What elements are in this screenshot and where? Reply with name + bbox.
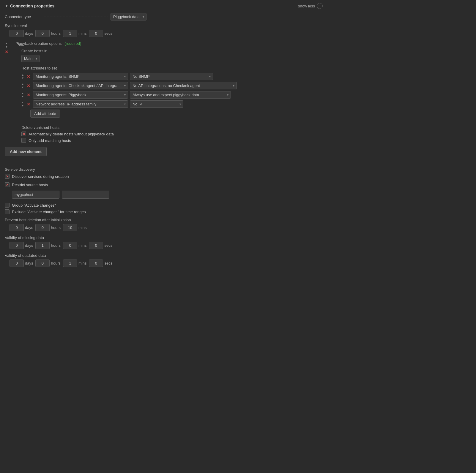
attr-value-select-3[interactable]: No IP [130,100,183,108]
missing-days-input[interactable] [10,242,24,249]
missing-mins-input[interactable] [63,242,77,249]
attr-name-select-3[interactable]: Network address: IP address family [33,100,128,108]
service-discovery-label: Service discovery [5,167,323,172]
attr-value-wrapper-1: No API integrations, no Checkmk agent [130,82,237,89]
section-title: ▼ Connection properties [5,4,54,8]
auto-delete-row: ✕ Automatically delete hosts without pig… [21,132,323,136]
discover-services-label: Discover services during creation [12,174,69,179]
outdated-hours-input[interactable] [35,260,50,267]
attr-name-select-1[interactable]: Monitoring agents: Checkmk agent / API i… [33,82,128,89]
attr-sort-1[interactable]: ▲▼ [21,83,24,89]
attr-remove-3[interactable]: ✕ [26,102,31,107]
attr-name-wrapper-2: Monitoring agents: Piggyback [33,91,128,99]
attribute-row-3: ▲▼ ✕ Network address: IP address family … [21,100,323,108]
piggyback-inner-block: Piggyback creation options (required) Cr… [11,41,323,146]
sync-mins-input[interactable] [63,30,77,37]
connection-properties-panel: ▼ Connection properties show less ⋯ Conn… [0,0,327,274]
exclude-activate-row: Exclude "Activate changes" for time rang… [5,209,323,214]
validity-missing-inputs: days hours mins secs [5,242,323,249]
missing-hours-input[interactable] [35,242,50,249]
group-activate-label: Group "Activate changes" [12,203,56,208]
piggyback-arrow-up[interactable]: ▲ [5,42,8,45]
prevent-mins-input[interactable] [63,224,77,231]
outdated-mins-label: mins [78,261,86,265]
piggyback-sort-controls[interactable]: ▲ ▼ ✕ [5,41,8,54]
group-activate-checkbox[interactable] [5,203,10,208]
attr-sort-0[interactable]: ▲▼ [21,73,24,80]
attr-name-wrapper-3: Network address: IP address family [33,100,128,108]
outdated-mins-input[interactable] [63,260,77,267]
prevent-hours-input[interactable] [35,224,50,231]
attr-value-wrapper-0: No SNMP [130,73,213,80]
missing-secs-label: secs [104,243,112,248]
add-attribute-button[interactable]: Add attribute [30,110,60,118]
attr-sort-2[interactable]: ▲▼ [21,92,24,98]
more-options-icon[interactable]: ⋯ [317,3,323,9]
discover-services-row: ✕ Discover services during creation [5,174,323,179]
auto-delete-label: Automatically delete hosts without piggy… [29,132,114,136]
piggyback-remove[interactable]: ✕ [5,50,8,54]
exclude-activate-checkbox[interactable] [5,209,10,214]
missing-mins-label: mins [78,243,86,248]
attr-value-select-2[interactable]: Always use and expect piggyback data [130,91,231,99]
restrict-source-checkbox[interactable]: ✕ [5,182,10,187]
outdated-days-label: days [25,261,33,265]
sync-secs-input[interactable] [89,30,103,37]
create-hosts-label: Create hosts in [21,49,323,53]
piggyback-title-row: Piggyback creation options (required) [15,41,323,46]
show-less-button[interactable]: show less ⋯ [298,3,323,9]
prevent-mins-label: mins [78,225,86,230]
outdated-days-input[interactable] [10,260,24,267]
section-title-text: Connection properties [10,4,54,8]
attr-remove-2[interactable]: ✕ [26,93,31,97]
host-attributes-label: Host attributes to set [21,66,323,70]
prevent-host-inputs: days hours mins [5,224,323,231]
piggyback-arrow-down[interactable]: ▼ [5,45,8,48]
sync-days-input[interactable] [10,30,24,37]
missing-secs-input[interactable] [89,242,103,249]
only-add-matching-label: Only add matching hosts [29,138,71,143]
attr-value-wrapper-2: Always use and expect piggyback data [130,91,231,99]
validity-missing-section: Validity of missing data days hours mins… [5,235,323,249]
attr-remove-1[interactable]: ✕ [26,83,31,88]
only-add-matching-checkbox[interactable] [21,138,26,143]
attr-sort-3[interactable]: ▲▼ [21,101,24,107]
sync-interval-inputs: days hours mins secs [5,30,323,37]
prevent-hours-label: hours [51,225,61,230]
restrict-host-input-1[interactable] [12,191,59,199]
outdated-secs-input[interactable] [89,260,103,267]
sync-hours-input[interactable] [35,30,50,37]
validity-missing-label: Validity of missing data [5,235,323,240]
restrict-source-section: ✕ Restrict source hosts [5,182,323,187]
auto-delete-checkbox[interactable]: ✕ [21,132,26,136]
restrict-hosts-inputs [5,191,323,199]
attr-name-select-2[interactable]: Monitoring agents: Piggyback [33,91,128,99]
piggyback-outer-row: ▲ ▼ ✕ Piggyback creation options (requir… [5,41,323,146]
attr-value-select-1[interactable]: No API integrations, no Checkmk agent [130,82,237,89]
host-attributes-section: Host attributes to set ▲▼ ✕ Monitoring a… [15,66,323,122]
missing-hours-label: hours [51,243,61,248]
attr-name-select-0[interactable]: Monitoring agents: SNMP [33,73,128,80]
attr-name-wrapper-1: Monitoring agents: Checkmk agent / API i… [33,82,128,89]
prevent-days-input[interactable] [10,224,24,231]
validity-outdated-section: Validity of outdated data days hours min… [5,253,323,267]
attr-remove-0[interactable]: ✕ [26,74,31,79]
collapse-icon[interactable]: ▼ [5,4,8,8]
connector-type-select[interactable]: Piggyback data [111,13,146,20]
sync-secs-label: secs [104,31,112,36]
prevent-days-label: days [25,225,33,230]
create-hosts-section: Create hosts in Main [15,49,323,62]
connector-type-dotted [43,17,108,17]
outdated-secs-label: secs [104,261,112,265]
service-discovery-section: Service discovery ✕ Discover services du… [5,167,323,179]
group-activate-row: Group "Activate changes" [5,203,323,208]
attr-value-select-0[interactable]: No SNMP [130,73,213,80]
show-less-label: show less [298,4,315,8]
create-hosts-select[interactable]: Main [21,55,40,62]
discover-services-checkbox[interactable]: ✕ [5,174,10,179]
add-new-element-button[interactable]: Add new element [5,147,47,156]
exclude-activate-label: Exclude "Activate changes" for time rang… [12,210,86,214]
restrict-host-input-2[interactable] [62,191,109,199]
prevent-host-label: Prevent host deletion after initializati… [5,218,323,222]
only-add-matching-row: Only add matching hosts [21,138,323,143]
